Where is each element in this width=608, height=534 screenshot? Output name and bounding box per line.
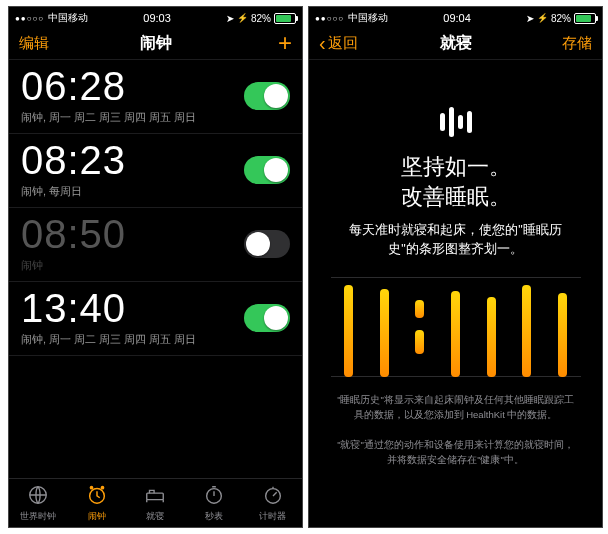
battery-icon — [574, 13, 596, 24]
svg-point-5 — [207, 488, 222, 503]
alarm-sub: 闹钟, 周一 周二 周三 周四 周五 周日 — [21, 110, 196, 125]
chart-bar — [343, 277, 353, 377]
toggle-knob — [246, 232, 270, 256]
tab-alarm[interactable]: 闹钟 — [68, 479, 127, 527]
stop-icon — [203, 484, 225, 508]
bedtime-onboarding: 坚持如一。 改善睡眠。 每天准时就寝和起床，使您的"睡眠历史"的条形图整齐划一。… — [309, 60, 602, 468]
signal-dots-icon: ●●○○○ — [15, 14, 44, 23]
back-button[interactable]: ‹ 返回 — [319, 32, 369, 55]
alarm-sub: 闹钟 — [21, 258, 126, 273]
toggle-knob — [264, 158, 288, 182]
battery-icon — [274, 13, 296, 24]
battery-fill — [576, 15, 591, 22]
status-bar: ●●○○○ 中国移动 09:03 ➤ ⚡ 82% — [9, 7, 302, 27]
alarm-toggle[interactable] — [244, 230, 290, 258]
tab-timer[interactable]: 计时器 — [243, 479, 302, 527]
phone-right: ●●○○○ 中国移动 09:04 ➤ ⚡ 82% ‹ 返回 就寝 存储 坚持如一… — [308, 6, 603, 528]
chart-bar — [379, 277, 389, 377]
chart-bar — [415, 277, 425, 377]
footnote-1: "睡眠历史"将显示来自起床闹钟及任何其他睡眠跟踪工具的数据，以及您添加到 Hea… — [329, 393, 582, 422]
toggle-knob — [264, 306, 288, 330]
toggle-knob — [264, 84, 288, 108]
tab-label: 计时器 — [259, 510, 286, 523]
hero-desc: 每天准时就寝和起床，使您的"睡眠历史"的条形图整齐划一。 — [329, 221, 582, 259]
tab-label: 闹钟 — [88, 510, 106, 523]
alarm-time: 08:23 — [21, 140, 126, 180]
nav-bar: ‹ 返回 就寝 存储 — [309, 27, 602, 60]
status-time: 09:04 — [388, 12, 526, 24]
alarm-toggle[interactable] — [244, 156, 290, 184]
signal-dots-icon: ●●○○○ — [315, 14, 344, 23]
alarm-icon — [86, 484, 108, 508]
timer-icon — [262, 484, 284, 508]
tab-stop[interactable]: 秒表 — [185, 479, 244, 527]
chevron-left-icon: ‹ — [319, 32, 326, 55]
hero-line-2: 改善睡眠。 — [401, 182, 511, 212]
battery-fill — [276, 15, 291, 22]
tab-bar: 世界时钟闹钟就寝秒表计时器 — [9, 478, 302, 527]
status-bar: ●●○○○ 中国移动 09:04 ➤ ⚡ 82% — [309, 7, 602, 27]
tab-label: 秒表 — [205, 510, 223, 523]
status-time: 09:03 — [88, 12, 226, 24]
alarm-row[interactable]: 13:40闹钟, 周一 周二 周三 周四 周五 周日 — [9, 282, 302, 356]
svg-rect-4 — [147, 493, 164, 499]
sleep-history-chart — [331, 277, 581, 377]
phone-left: ●●○○○ 中国移动 09:03 ➤ ⚡ 82% 编辑 闹钟 + 06:28闹钟… — [8, 6, 303, 528]
carrier-label: 中国移动 — [48, 11, 88, 25]
battery-pct: 82% — [251, 13, 271, 24]
alarm-list: 06:28闹钟, 周一 周二 周三 周四 周五 周日08:23闹钟, 每周日08… — [9, 60, 302, 356]
alarm-time: 13:40 — [21, 288, 196, 328]
sleep-icon — [144, 484, 166, 508]
tab-label: 世界时钟 — [20, 510, 56, 523]
chart-bar — [558, 277, 568, 377]
alarm-sub: 闹钟, 周一 周二 周三 周四 周五 周日 — [21, 332, 196, 347]
pulse-icon — [440, 102, 472, 142]
page-title: 闹钟 — [69, 33, 242, 54]
bluetooth-icon: ⚡ — [537, 13, 548, 23]
svg-point-6 — [265, 488, 280, 503]
bluetooth-icon: ⚡ — [237, 13, 248, 23]
page-title: 就寝 — [369, 33, 542, 54]
battery-pct: 82% — [551, 13, 571, 24]
alarm-row[interactable]: 06:28闹钟, 周一 周二 周三 周四 周五 周日 — [9, 60, 302, 134]
save-button[interactable]: 存储 — [542, 34, 592, 53]
chart-bar — [486, 277, 496, 377]
world-icon — [27, 484, 49, 508]
alarm-row[interactable]: 08:50闹钟 — [9, 208, 302, 282]
tab-world[interactable]: 世界时钟 — [9, 479, 68, 527]
footnote-2: "就寝"通过您的动作和设备使用来计算您的就寝时间，并将数据安全储存在"健康"中。 — [329, 438, 582, 467]
chart-bar — [450, 277, 460, 377]
location-icon: ➤ — [526, 13, 534, 24]
svg-point-3 — [101, 485, 105, 489]
add-alarm-button[interactable]: + — [242, 31, 292, 55]
nav-bar: 编辑 闹钟 + — [9, 27, 302, 60]
edit-button[interactable]: 编辑 — [19, 34, 69, 53]
tab-label: 就寝 — [146, 510, 164, 523]
location-icon: ➤ — [226, 13, 234, 24]
alarm-toggle[interactable] — [244, 304, 290, 332]
chart-bar — [522, 277, 532, 377]
alarm-row[interactable]: 08:23闹钟, 每周日 — [9, 134, 302, 208]
hero-line-1: 坚持如一。 — [401, 152, 511, 182]
tab-sleep[interactable]: 就寝 — [126, 479, 185, 527]
alarm-time: 06:28 — [21, 66, 196, 106]
alarm-time: 08:50 — [21, 214, 126, 254]
carrier-label: 中国移动 — [348, 11, 388, 25]
svg-point-2 — [90, 485, 94, 489]
alarm-sub: 闹钟, 每周日 — [21, 184, 126, 199]
alarm-toggle[interactable] — [244, 82, 290, 110]
plus-icon: + — [278, 31, 292, 55]
